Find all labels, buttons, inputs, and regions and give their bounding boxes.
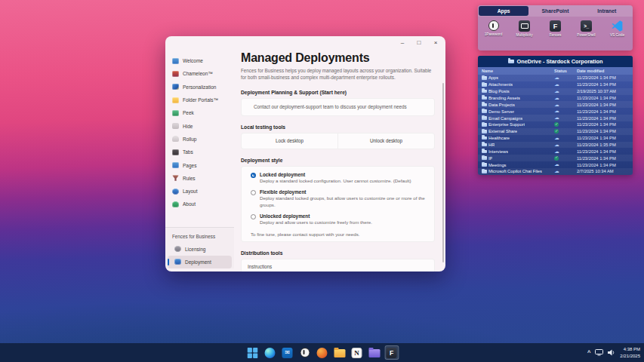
desktop-wallpaper: – □ × Welcome Chameleon™ Personalization… [0,0,644,362]
edge-browser-button[interactable] [263,345,277,360]
chevron-up-icon[interactable]: ^ [587,349,590,356]
folder-icon [482,97,487,100]
content-scrollbar[interactable] [442,83,444,262]
status-icon [554,82,559,87]
vscode-icon [612,20,623,32]
lock-desktop-button[interactable]: Lock desktop [242,133,338,149]
shortcut-multiplicity[interactable]: Multiplicity [510,20,539,37]
sidebar-item-tabs[interactable]: Tabs [165,146,234,158]
table-row[interactable]: Meetings11/23/2024 1:34 PM [478,161,633,168]
sidebar-item-hide[interactable]: Hide [165,119,234,132]
date-modified: 11/23/2024 1:34 PM [577,116,633,121]
sidebar-item-personalization[interactable]: Personalization [165,81,234,94]
close-icon[interactable]: × [430,38,441,48]
shortcut-1password[interactable]: 1Password [479,20,508,36]
column-header-status[interactable]: Status [554,69,577,73]
sidebar-item-deployment[interactable]: Deployment [168,256,232,268]
shortcut-vscode[interactable]: VS Code [603,20,632,37]
radio-button[interactable] [251,173,256,178]
column-header-date[interactable]: Date modified [577,69,633,73]
purple-folder-button[interactable] [367,345,381,360]
table-row[interactable]: External Share11/23/2024 1:34 PM [478,128,633,135]
sidebar-item-peek[interactable]: Peek [165,106,234,119]
1password-button[interactable] [297,345,312,360]
radio-option-flexible[interactable]: Flexible deployment Deploy standard lock… [251,189,425,209]
file-list: Apps11/23/2024 1:34 PM Attachments11/23/… [478,75,633,175]
sidebar-item-label: Tabs [183,149,193,155]
file-explorer-button[interactable] [332,345,347,360]
table-row[interactable]: Interviews11/23/2024 1:34 PM [478,148,633,155]
instructions-label: Instructions [248,264,434,269]
sidebar-item-rules[interactable]: Rules [165,172,234,185]
welcome-icon [172,58,179,64]
folder-icon [482,109,487,113]
sidebar-item-layout[interactable]: Layout [165,185,234,198]
option-title: Unlocked deployment [260,213,372,219]
edge-icon [265,348,276,358]
fence-tab-bar: Apps SharePoint Intranet [478,5,633,17]
distribution-tools-header: Distribution tools [241,250,435,256]
table-row[interactable]: Blog Posts2/19/2025 10:37 AM [478,88,633,95]
powerpoint-button[interactable] [315,345,329,360]
table-row[interactable]: Demo Server11/23/2024 1:34 PM [478,108,633,115]
folder-icon [482,137,487,140]
option-description: Deploy and allow users to customize free… [260,219,372,226]
table-row[interactable]: Data Projects11/23/2024 1:34 PM [478,101,633,108]
tab-sharepoint[interactable]: SharePoint [530,6,580,16]
speaker-icon[interactable] [608,349,615,356]
tab-intranet[interactable]: Intranet [582,6,632,16]
powerpoint-icon [317,348,328,358]
maximize-icon[interactable]: □ [414,38,424,48]
fences-app-button[interactable]: F [384,345,399,360]
table-row[interactable]: Branding Assets11/23/2024 1:34 PM [478,95,633,102]
table-row[interactable]: Enterprise Support11/23/2024 1:34 PM [478,121,633,128]
radio-option-locked[interactable]: Locked deployment Deploy a standard lock… [251,172,425,185]
sidebar-item-label: Licensing [185,247,205,252]
window-titlebar[interactable]: – □ × [165,36,445,50]
radio-button[interactable] [251,190,256,195]
outlook-button[interactable]: ✉ [280,345,294,360]
notion-button[interactable]: N [350,345,364,360]
start-button[interactable] [245,345,260,360]
shortcut-label: PowerShell [577,33,595,37]
table-row[interactable]: HR11/23/2024 1:35 PM [478,142,633,149]
sidebar-item-welcome[interactable]: Welcome [165,54,234,67]
portal-title-bar[interactable]: OneDrive - Stardock Corporation [478,56,633,67]
1password-icon [488,20,499,31]
sidebar-item-label: Deployment [185,259,211,265]
table-row[interactable]: Attachments11/23/2024 1:34 PM [478,81,633,88]
shortcut-fences[interactable]: Fences [541,20,570,37]
rollup-icon [172,136,179,142]
local-testing-card: Lock desktop Unlock desktop [241,133,435,149]
about-icon [172,201,179,207]
fences-icon [550,20,561,32]
table-row[interactable]: Microsoft Copilot Chat Files2/7/2025 10:… [478,168,633,175]
sidebar-item-chameleon[interactable]: Chameleon™ [165,67,234,80]
display-tray-icon[interactable] [595,349,603,356]
unlock-desktop-button[interactable]: Unlock desktop [338,133,434,149]
sidebar-item-rollup[interactable]: Rollup [165,133,234,146]
chameleon-icon [172,71,179,77]
radio-button[interactable] [251,214,256,219]
minimize-icon[interactable]: – [397,38,408,48]
table-row[interactable]: Email Campaigns11/23/2024 1:34 PM [478,115,633,121]
table-row[interactable]: IP11/23/2024 1:34 PM [478,155,633,161]
planning-support-card[interactable]: Contact our deployment-support team to d… [241,98,435,116]
sidebar-item-about[interactable]: About [165,198,234,210]
radio-option-unlocked[interactable]: Unlocked deployment Deploy and allow use… [251,213,425,226]
folder-icon [482,130,487,133]
table-row[interactable]: Apps11/23/2024 1:34 PM [478,75,633,81]
tab-apps[interactable]: Apps [479,6,528,16]
table-row[interactable]: Healthcare11/23/2024 1:34 PM [478,135,633,142]
sidebar-item-label: About [183,201,196,207]
sidebar-item-folder-portals[interactable]: Folder Portals™ [165,94,234,106]
shortcut-powershell[interactable]: PowerShell [572,20,601,37]
file-name: IP [488,156,492,161]
sidebar-item-licensing[interactable]: Licensing [168,242,232,255]
sidebar-item-pages[interactable]: Pages [165,158,234,171]
taskbar-clock[interactable]: 4:38 PM 2/21/2025 [620,346,640,360]
licensing-icon [174,246,181,252]
folder-icon [508,60,514,64]
column-header-name[interactable]: Name [478,69,554,73]
folder-icon [482,150,487,154]
